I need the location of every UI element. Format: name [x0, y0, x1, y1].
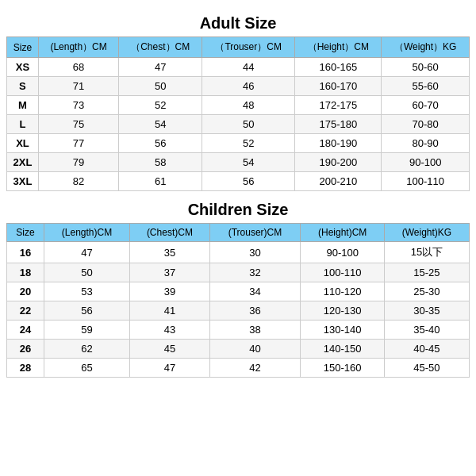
children-data-row: 26624540140-15040-45 [7, 340, 470, 359]
adult-header-row: Size(Length）CM（Chest）CM（Trouser）CM（Heigh… [7, 37, 470, 58]
children-data-cell: 130-140 [301, 321, 384, 340]
children-data-row: 20533934110-12025-30 [7, 282, 470, 301]
children-data-cell: 42 [209, 359, 301, 378]
size-chart-container: Adult Size Size(Length）CM（Chest）CM（Trous… [0, 0, 476, 389]
children-data-cell: 16 [7, 242, 44, 263]
adult-data-cell: 82 [38, 172, 118, 191]
adult-header-cell: （Weight）KG [382, 37, 470, 58]
adult-data-cell: 50 [119, 77, 202, 96]
children-data-cell: 90-100 [301, 242, 384, 263]
adult-header-cell: Size [7, 37, 39, 58]
adult-data-cell: XL [7, 134, 39, 153]
adult-data-cell: 172-175 [295, 96, 382, 115]
children-data-cell: 20 [7, 282, 44, 301]
children-data-cell: 40 [209, 340, 301, 359]
adult-data-row: XS684744160-16550-60 [7, 58, 470, 77]
adult-data-row: L755450175-18070-80 [7, 115, 470, 134]
adult-data-cell: 52 [202, 134, 295, 153]
adult-data-cell: 56 [202, 172, 295, 191]
adult-data-cell: 77 [38, 134, 118, 153]
children-header-cell: (Length)CM [44, 224, 129, 242]
adult-data-row: 2XL795854190-20090-100 [7, 153, 470, 172]
adult-header-cell: (Length）CM [38, 37, 118, 58]
adult-data-cell: 2XL [7, 153, 39, 172]
adult-data-cell: 75 [38, 115, 118, 134]
children-data-cell: 53 [44, 282, 129, 301]
children-data-cell: 36 [209, 301, 301, 321]
children-data-cell: 43 [130, 321, 209, 340]
adult-data-cell: 71 [38, 77, 118, 96]
adult-data-cell: 190-200 [295, 153, 382, 172]
adult-data-row: S715046160-17055-60 [7, 77, 470, 96]
adult-header-cell: （Chest）CM [119, 37, 202, 58]
children-data-cell: 59 [44, 321, 129, 340]
adult-data-cell: 54 [119, 115, 202, 134]
adult-data-cell: 160-165 [295, 58, 382, 77]
children-data-cell: 41 [130, 301, 209, 321]
adult-header-cell: （Height）CM [295, 37, 382, 58]
children-data-row: 18503732100-11015-25 [7, 263, 470, 282]
children-data-cell: 35 [130, 242, 209, 263]
adult-data-cell: 73 [38, 96, 118, 115]
children-data-cell: 100-110 [301, 263, 384, 282]
adult-data-cell: 3XL [7, 172, 39, 191]
adult-data-cell: 80-90 [382, 134, 470, 153]
adult-data-cell: 52 [119, 96, 202, 115]
children-data-cell: 22 [7, 301, 44, 321]
adult-data-cell: 47 [119, 58, 202, 77]
children-data-cell: 28 [7, 359, 44, 378]
children-data-cell: 65 [44, 359, 129, 378]
adult-data-row: 3XL826156200-210100-110 [7, 172, 470, 191]
children-data-cell: 38 [209, 321, 301, 340]
children-data-cell: 32 [209, 263, 301, 282]
children-data-cell: 25-30 [384, 282, 469, 301]
adult-data-cell: 79 [38, 153, 118, 172]
children-data-cell: 110-120 [301, 282, 384, 301]
children-data-cell: 30-35 [384, 301, 469, 321]
children-data-cell: 40-45 [384, 340, 469, 359]
children-data-cell: 30 [209, 242, 301, 263]
children-data-cell: 39 [130, 282, 209, 301]
children-data-cell: 34 [209, 282, 301, 301]
adult-data-cell: 160-170 [295, 77, 382, 96]
children-data-row: 24594338130-14035-40 [7, 321, 470, 340]
adult-data-cell: L [7, 115, 39, 134]
children-data-cell: 120-130 [301, 301, 384, 321]
children-data-cell: 15-25 [384, 263, 469, 282]
children-header-cell: (Weight)KG [384, 224, 469, 242]
adult-data-cell: 56 [119, 134, 202, 153]
adult-data-cell: XS [7, 58, 39, 77]
children-data-row: 28654742150-16045-50 [7, 359, 470, 378]
children-header-row: Size(Length)CM(Chest)CM(Trouser)CM(Heigh… [7, 224, 470, 242]
children-data-cell: 37 [130, 263, 209, 282]
adult-data-cell: 60-70 [382, 96, 470, 115]
adult-size-table: Size(Length）CM（Chest）CM（Trouser）CM（Heigh… [6, 36, 470, 191]
adult-data-cell: 200-210 [295, 172, 382, 191]
children-data-cell: 47 [44, 242, 129, 263]
children-data-cell: 35-40 [384, 321, 469, 340]
adult-data-cell: 46 [202, 77, 295, 96]
children-data-cell: 140-150 [301, 340, 384, 359]
children-data-cell: 18 [7, 263, 44, 282]
children-header-cell: (Chest)CM [130, 224, 209, 242]
adult-data-cell: 61 [119, 172, 202, 191]
adult-data-cell: 54 [202, 153, 295, 172]
children-data-cell: 45-50 [384, 359, 469, 378]
children-data-cell: 50 [44, 263, 129, 282]
adult-data-cell: S [7, 77, 39, 96]
adult-header-cell: （Trouser）CM [202, 37, 295, 58]
children-header-cell: Size [7, 224, 44, 242]
adult-data-cell: 90-100 [382, 153, 470, 172]
adult-data-cell: 50 [202, 115, 295, 134]
children-data-row: 1647353090-10015以下 [7, 242, 470, 263]
children-size-table: Size(Length)CM(Chest)CM(Trouser)CM(Heigh… [6, 223, 470, 378]
adult-data-cell: 180-190 [295, 134, 382, 153]
adult-data-cell: 68 [38, 58, 118, 77]
children-data-cell: 47 [130, 359, 209, 378]
children-data-cell: 15以下 [384, 242, 469, 263]
adult-data-cell: 44 [202, 58, 295, 77]
adult-data-cell: 58 [119, 153, 202, 172]
children-header-cell: (Height)CM [301, 224, 384, 242]
children-data-cell: 26 [7, 340, 44, 359]
children-data-cell: 45 [130, 340, 209, 359]
